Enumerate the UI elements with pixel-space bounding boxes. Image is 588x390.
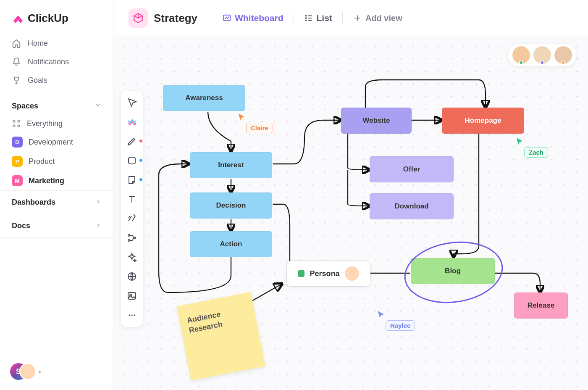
- spaces-header[interactable]: Spaces: [0, 94, 113, 115]
- tool-image[interactable]: [127, 291, 137, 301]
- user-menu[interactable]: S ▾: [0, 354, 113, 390]
- whiteboard-icon: [222, 13, 231, 23]
- svg-point-7: [305, 20, 306, 21]
- node-website[interactable]: Website: [341, 108, 412, 134]
- chevron-down-icon: [94, 102, 101, 111]
- plus-icon: [353, 13, 362, 23]
- svg-point-2: [13, 125, 15, 127]
- whiteboard-toolbar: [121, 91, 143, 327]
- clickup-logo-icon: [12, 12, 24, 25]
- tool-ai[interactable]: [127, 252, 137, 262]
- node-decision[interactable]: Decision: [190, 192, 272, 219]
- svg-point-16: [131, 314, 133, 316]
- space-badge: M: [12, 175, 23, 186]
- tool-pen[interactable]: [127, 136, 137, 146]
- tool-connector[interactable]: [127, 213, 137, 224]
- space-label: Marketing: [29, 177, 64, 185]
- space-badge: P: [12, 156, 23, 167]
- tool-shape[interactable]: [127, 155, 137, 166]
- node-release[interactable]: Release: [514, 292, 568, 319]
- trophy-icon: [12, 76, 21, 85]
- caret-down-icon: ▾: [39, 369, 41, 375]
- whiteboard-canvas[interactable]: Awareness Interest Decision Action Websi…: [113, 36, 588, 390]
- cursor-claire: Claire: [238, 113, 273, 133]
- space-label: Development: [29, 138, 73, 147]
- svg-point-15: [129, 314, 130, 316]
- tool-select[interactable]: [127, 98, 137, 108]
- home-icon: [12, 39, 21, 48]
- presence-avatar[interactable]: [512, 46, 530, 64]
- list-icon: [304, 13, 313, 23]
- svg-rect-13: [128, 292, 136, 299]
- svg-point-11: [134, 237, 136, 239]
- chevron-right-icon: [95, 221, 101, 230]
- add-view-button[interactable]: Add view: [351, 11, 404, 26]
- svg-point-3: [18, 125, 20, 127]
- svg-point-17: [134, 314, 135, 316]
- cursor-zach: Zach: [516, 137, 548, 158]
- node-offer[interactable]: Offer: [370, 156, 454, 182]
- node-awareness[interactable]: Awareness: [163, 85, 245, 111]
- nav-label: Home: [28, 39, 48, 48]
- sidebar: ClickUp Home Notifications Goals Spaces …: [0, 0, 113, 390]
- tool-text[interactable]: [127, 194, 137, 204]
- view-header: Strategy Whiteboard List Add view: [113, 0, 588, 36]
- presence-avatar[interactable]: [554, 46, 572, 64]
- space-product[interactable]: P Product: [0, 152, 113, 171]
- node-action[interactable]: Action: [190, 231, 272, 257]
- everything-icon: [12, 119, 21, 128]
- presence-bar[interactable]: [508, 44, 576, 66]
- tool-note[interactable]: [127, 175, 137, 185]
- status-square-icon: [298, 270, 304, 277]
- space-label: Product: [29, 157, 55, 166]
- node-interest[interactable]: Interest: [190, 152, 272, 178]
- strategy-icon: [129, 8, 148, 28]
- svg-point-6: [305, 18, 306, 18]
- tool-more[interactable]: [127, 310, 137, 320]
- nav-goals[interactable]: Goals: [0, 71, 113, 90]
- tool-embed[interactable]: [127, 271, 137, 282]
- user-avatars: S: [10, 363, 34, 381]
- cursor-icon: [377, 310, 385, 319]
- tab-list[interactable]: List: [302, 11, 334, 26]
- presence-avatar[interactable]: [533, 46, 551, 64]
- svg-point-5: [305, 16, 306, 16]
- node-blog[interactable]: Blog: [411, 258, 495, 284]
- section-dashboards[interactable]: Dashboards: [0, 190, 113, 214]
- space-badge: D: [12, 137, 23, 148]
- svg-rect-8: [129, 157, 135, 164]
- sticky-note[interactable]: Audience Research: [176, 292, 265, 380]
- cursor-icon: [516, 137, 523, 146]
- node-persona[interactable]: Persona: [286, 261, 370, 287]
- svg-point-0: [13, 120, 15, 122]
- space-label: Everything: [27, 119, 63, 128]
- app-name: ClickUp: [28, 12, 68, 25]
- nav-label: Notifications: [28, 58, 69, 66]
- avatar: [19, 363, 36, 380]
- avatar: [345, 266, 359, 281]
- tool-task[interactable]: [127, 117, 137, 127]
- cursor-haylee: Haylee: [377, 310, 415, 331]
- space-development[interactable]: D Development: [0, 132, 113, 152]
- bell-icon: [12, 57, 21, 66]
- space-everything[interactable]: Everything: [0, 115, 113, 132]
- svg-point-1: [18, 120, 20, 122]
- cursor-icon: [238, 113, 245, 122]
- svg-point-10: [128, 240, 130, 241]
- nav-home[interactable]: Home: [0, 34, 113, 53]
- app-logo[interactable]: ClickUp: [0, 8, 113, 34]
- node-download[interactable]: Download: [370, 193, 454, 219]
- node-homepage[interactable]: Homepage: [442, 108, 524, 134]
- space-marketing[interactable]: M Marketing: [0, 171, 113, 190]
- section-docs[interactable]: Docs: [0, 214, 113, 238]
- chevron-right-icon: [95, 198, 101, 207]
- page-title: Strategy: [154, 12, 197, 25]
- svg-point-9: [128, 235, 130, 236]
- tab-whiteboard[interactable]: Whiteboard: [220, 11, 285, 26]
- nav-notifications[interactable]: Notifications: [0, 53, 113, 71]
- tool-relationship[interactable]: [127, 233, 137, 243]
- nav-label: Goals: [28, 76, 47, 85]
